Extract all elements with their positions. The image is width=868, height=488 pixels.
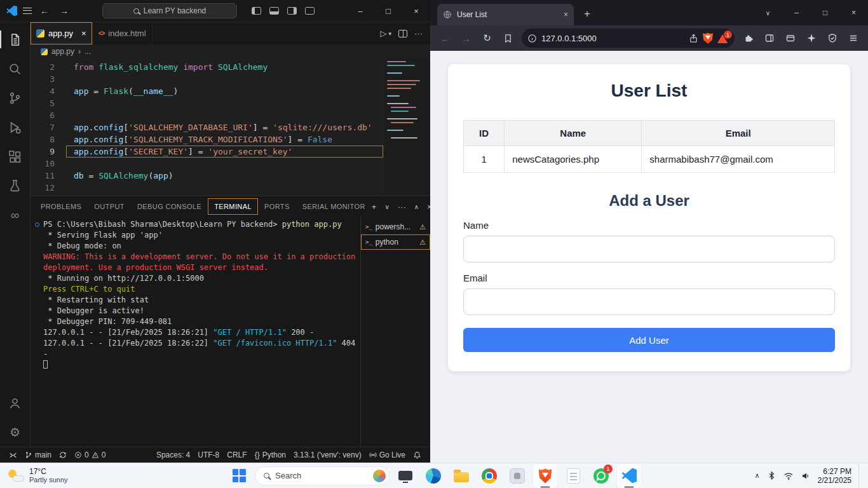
activity-settings[interactable]: ⚙ bbox=[0, 417, 31, 447]
minimap[interactable] bbox=[384, 58, 430, 196]
code-line[interactable]: 3 bbox=[31, 73, 430, 85]
close-tab-icon[interactable]: × bbox=[564, 10, 568, 19]
taskbar-app-chrome[interactable] bbox=[477, 463, 502, 488]
language-indicator[interactable]: {} Python bbox=[251, 451, 290, 459]
toggle-secondary-sidebar-icon[interactable] bbox=[287, 7, 297, 15]
wifi-icon[interactable] bbox=[783, 471, 794, 481]
extensions-puzzle-icon[interactable] bbox=[738, 29, 758, 48]
forward-icon[interactable]: → bbox=[57, 6, 71, 16]
back-icon[interactable]: ← bbox=[435, 29, 455, 48]
search-highlight-icon[interactable] bbox=[373, 470, 386, 482]
browser-menu-icon[interactable] bbox=[843, 29, 863, 48]
split-editor-icon[interactable] bbox=[398, 30, 407, 37]
share-icon[interactable] bbox=[689, 34, 698, 43]
activity-extensions[interactable] bbox=[0, 142, 31, 171]
code-line[interactable]: 12 bbox=[31, 182, 430, 194]
taskbar-app-folder[interactable] bbox=[449, 463, 474, 488]
taskbar-app-whatsapp[interactable]: 1 bbox=[588, 463, 614, 488]
site-info-icon[interactable] bbox=[527, 34, 537, 43]
panel-tab-output[interactable]: OUTPUT bbox=[88, 198, 131, 215]
activity-run-debug[interactable] bbox=[0, 112, 31, 142]
activity-explorer[interactable] bbox=[0, 25, 31, 54]
url-text[interactable]: 127.0.0.1:5000 bbox=[541, 34, 684, 43]
indent-indicator[interactable]: Spaces: 4 bbox=[153, 451, 194, 459]
tab-app-py[interactable]: app.py × bbox=[31, 22, 93, 44]
activity-source-control[interactable] bbox=[0, 83, 31, 112]
python-interpreter-indicator[interactable]: 3.13.1 ('venv': venv) bbox=[290, 451, 365, 459]
code-line[interactable]: 4app = Flask(__name__) bbox=[31, 85, 430, 97]
taskbar-app-vscode[interactable] bbox=[616, 463, 642, 488]
brave-rewards-icon[interactable]: 1 bbox=[717, 33, 729, 43]
problems-indicator[interactable]: 0 0 bbox=[71, 447, 109, 463]
panel-tab-terminal[interactable]: TERMINAL bbox=[208, 198, 258, 215]
terminal[interactable]: PS C:\Users\Bibash Sharma\Desktop\Learn … bbox=[31, 217, 360, 447]
forward-icon[interactable]: → bbox=[456, 29, 476, 48]
hidden-icons-chevron-icon[interactable]: ∧ bbox=[755, 471, 760, 480]
maximize-button[interactable]: □ bbox=[811, 0, 839, 25]
email-input[interactable] bbox=[463, 288, 835, 315]
terminal-list-item-python[interactable]: >_python⚠ bbox=[361, 234, 430, 250]
panel-more-icon[interactable]: ··· bbox=[398, 202, 406, 212]
add-user-button[interactable]: Add User bbox=[463, 328, 835, 352]
maximize-button[interactable]: □ bbox=[374, 0, 402, 22]
brave-shield-icon[interactable] bbox=[703, 32, 713, 44]
more-actions-icon[interactable]: ··· bbox=[414, 29, 423, 38]
wallet-icon[interactable] bbox=[780, 29, 800, 48]
remote-indicator[interactable] bbox=[5, 447, 21, 463]
breadcrumb-more[interactable]: ... bbox=[85, 47, 91, 56]
panel-tab-problems[interactable]: PROBLEMS bbox=[34, 198, 88, 215]
reload-icon[interactable]: ↻ bbox=[477, 29, 497, 48]
taskbar-app-monitor[interactable] bbox=[393, 463, 418, 488]
code-line[interactable]: 2from flask_sqlalchemy import SQLAlchemy bbox=[31, 61, 430, 73]
toggle-panel-icon[interactable] bbox=[269, 7, 279, 15]
back-icon[interactable]: ← bbox=[37, 6, 51, 16]
code-line[interactable]: 8app.config['SQLALCHEMY_TRACK_MODIFICATI… bbox=[31, 133, 430, 146]
run-button[interactable]: ▷ bbox=[380, 29, 386, 38]
taskbar-clock[interactable]: 6:27 PM 2/21/2025 bbox=[818, 467, 851, 485]
code-line[interactable]: 5 bbox=[31, 97, 430, 109]
panel-tab-serial-monitor[interactable]: SERIAL MONITOR bbox=[296, 198, 372, 215]
start-button[interactable] bbox=[226, 463, 252, 488]
eol-indicator[interactable]: CRLF bbox=[223, 451, 250, 459]
customize-layout-icon[interactable] bbox=[305, 7, 315, 15]
taskbar-app-docapp[interactable] bbox=[560, 463, 586, 488]
panel-tab-ports[interactable]: PORTS bbox=[258, 198, 296, 215]
menu-icon[interactable] bbox=[23, 8, 32, 14]
terminal-list-item-powersh[interactable]: >_powersh...⚠ bbox=[361, 219, 430, 234]
vpn-shield-icon[interactable] bbox=[822, 29, 842, 48]
tab-search-chevron-icon[interactable]: ∨ bbox=[754, 0, 782, 25]
code-line[interactable]: 6 bbox=[31, 109, 430, 121]
code-line[interactable]: 9app.config['SECRET_KEY'] = 'your_secret… bbox=[31, 146, 430, 158]
browser-tab-user-list[interactable]: User List × bbox=[437, 4, 574, 25]
activity-remote-tunnels[interactable]: ∞ bbox=[0, 200, 31, 229]
sidebar-icon[interactable] bbox=[759, 29, 779, 48]
volume-icon[interactable] bbox=[801, 471, 811, 481]
close-tab-icon[interactable]: × bbox=[81, 29, 86, 38]
close-button[interactable]: × bbox=[839, 0, 868, 25]
weather-widget[interactable]: 17°C Partly sunny bbox=[0, 463, 76, 488]
notifications-bell[interactable] bbox=[409, 451, 425, 459]
run-dropdown-icon[interactable]: ▾ bbox=[388, 30, 391, 37]
taskbar-search[interactable]: Search bbox=[255, 466, 390, 485]
activity-search[interactable] bbox=[0, 54, 31, 83]
minimize-button[interactable]: – bbox=[346, 0, 374, 22]
code-editor[interactable]: 2from flask_sqlalchemy import SQLAlchemy… bbox=[31, 58, 430, 196]
taskbar-app-grayapp[interactable] bbox=[505, 463, 530, 488]
tab-index-html[interactable]: <> index.html bbox=[93, 22, 153, 44]
branch-indicator[interactable]: main bbox=[21, 447, 55, 463]
command-decoration-icon[interactable] bbox=[35, 222, 39, 227]
bookmark-icon[interactable] bbox=[498, 29, 518, 48]
leo-ai-icon[interactable] bbox=[801, 29, 821, 48]
breadcrumb-file[interactable]: app.py bbox=[51, 47, 74, 56]
panel-maximize-icon[interactable]: ∧ bbox=[414, 203, 419, 210]
toggle-sidebar-icon[interactable] bbox=[252, 7, 261, 15]
minimize-button[interactable]: – bbox=[782, 0, 811, 25]
code-line[interactable]: 11db = SQLAlchemy(app) bbox=[31, 170, 430, 182]
panel-tab-debug-console[interactable]: DEBUG CONSOLE bbox=[131, 198, 208, 215]
encoding-indicator[interactable]: UTF-8 bbox=[194, 451, 223, 459]
command-center-search[interactable]: Learn PY backend bbox=[102, 3, 237, 18]
go-live-button[interactable]: Go Live bbox=[365, 451, 409, 459]
sync-button[interactable] bbox=[55, 447, 71, 463]
breadcrumb[interactable]: app.py › ... bbox=[31, 44, 430, 58]
bluetooth-icon[interactable] bbox=[767, 471, 776, 480]
